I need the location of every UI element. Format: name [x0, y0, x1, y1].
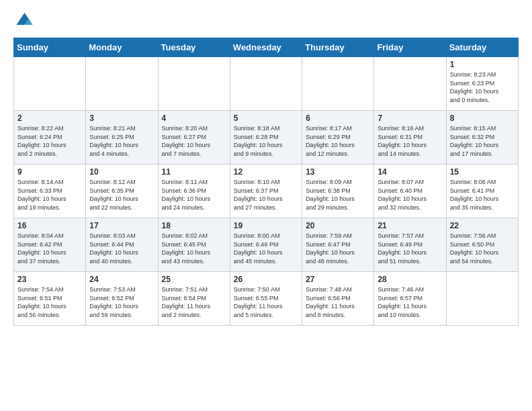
header — [13, 11, 519, 31]
day-details: Sunrise: 8:14 AM Sunset: 6:33 PM Dayligh… — [17, 178, 82, 212]
header-day-wednesday: Wednesday — [230, 38, 302, 57]
day-number: 14 — [378, 167, 442, 177]
day-details: Sunrise: 8:22 AM Sunset: 6:24 PM Dayligh… — [17, 124, 82, 158]
calendar-cell: 24Sunrise: 7:53 AM Sunset: 6:52 PM Dayli… — [86, 272, 158, 326]
calendar-cell: 25Sunrise: 7:51 AM Sunset: 6:54 PM Dayli… — [158, 272, 230, 326]
calendar-cell: 1Sunrise: 8:23 AM Sunset: 6:23 PM Daylig… — [446, 57, 518, 111]
calendar-cell: 15Sunrise: 8:06 AM Sunset: 6:41 PM Dayli… — [446, 165, 518, 218]
day-number: 7 — [378, 113, 442, 123]
calendar-cell: 19Sunrise: 8:00 AM Sunset: 6:46 PM Dayli… — [230, 218, 302, 272]
day-details: Sunrise: 8:12 AM Sunset: 6:35 PM Dayligh… — [89, 178, 154, 212]
calendar-cell: 6Sunrise: 8:17 AM Sunset: 6:29 PM Daylig… — [302, 111, 374, 165]
calendar-cell: 7Sunrise: 8:16 AM Sunset: 6:31 PM Daylig… — [374, 111, 446, 165]
calendar-week-row: 1Sunrise: 8:23 AM Sunset: 6:23 PM Daylig… — [14, 57, 519, 111]
day-number: 23 — [17, 275, 82, 284]
calendar-cell: 5Sunrise: 8:18 AM Sunset: 6:28 PM Daylig… — [230, 111, 302, 165]
day-details: Sunrise: 8:06 AM Sunset: 6:41 PM Dayligh… — [450, 178, 515, 212]
calendar-cell — [14, 57, 86, 111]
calendar-cell — [158, 57, 230, 111]
calendar-cell: 12Sunrise: 8:10 AM Sunset: 6:37 PM Dayli… — [230, 165, 302, 218]
header-day-monday: Monday — [86, 38, 158, 57]
calendar-cell — [446, 272, 518, 326]
day-number: 13 — [306, 167, 370, 177]
day-number: 26 — [234, 275, 298, 284]
calendar-cell: 20Sunrise: 7:59 AM Sunset: 6:47 PM Dayli… — [302, 218, 374, 272]
calendar-week-row: 16Sunrise: 8:04 AM Sunset: 6:42 PM Dayli… — [14, 218, 519, 272]
calendar-cell: 14Sunrise: 8:07 AM Sunset: 6:40 PM Dayli… — [374, 165, 446, 218]
calendar-cell: 9Sunrise: 8:14 AM Sunset: 6:33 PM Daylig… — [14, 165, 86, 218]
day-details: Sunrise: 7:54 AM Sunset: 6:51 PM Dayligh… — [17, 285, 82, 319]
day-number: 15 — [450, 167, 515, 177]
calendar-cell: 23Sunrise: 7:54 AM Sunset: 6:51 PM Dayli… — [14, 272, 86, 326]
calendar-table: SundayMondayTuesdayWednesdayThursdayFrid… — [13, 38, 519, 326]
calendar-cell — [374, 57, 446, 111]
day-number: 3 — [89, 113, 154, 123]
day-number: 1 — [450, 60, 515, 69]
header-day-sunday: Sunday — [14, 38, 86, 57]
day-details: Sunrise: 8:21 AM Sunset: 6:25 PM Dayligh… — [89, 124, 154, 158]
day-number: 2 — [17, 113, 82, 123]
day-number: 8 — [450, 113, 515, 123]
calendar-week-row: 2Sunrise: 8:22 AM Sunset: 6:24 PM Daylig… — [14, 111, 519, 165]
day-number: 16 — [17, 221, 82, 230]
day-number: 18 — [162, 221, 226, 230]
calendar-cell: 11Sunrise: 8:11 AM Sunset: 6:36 PM Dayli… — [158, 165, 230, 218]
calendar-cell: 3Sunrise: 8:21 AM Sunset: 6:25 PM Daylig… — [86, 111, 158, 165]
day-details: Sunrise: 7:51 AM Sunset: 6:54 PM Dayligh… — [162, 285, 226, 319]
day-number: 27 — [306, 275, 370, 284]
day-details: Sunrise: 8:00 AM Sunset: 6:46 PM Dayligh… — [234, 232, 298, 265]
day-number: 5 — [234, 113, 298, 123]
calendar-cell: 26Sunrise: 7:50 AM Sunset: 6:55 PM Dayli… — [230, 272, 302, 326]
day-details: Sunrise: 8:20 AM Sunset: 6:27 PM Dayligh… — [162, 124, 226, 158]
day-number: 17 — [89, 221, 154, 230]
header-day-saturday: Saturday — [446, 38, 518, 57]
day-details: Sunrise: 8:04 AM Sunset: 6:42 PM Dayligh… — [17, 232, 82, 265]
day-number: 10 — [89, 167, 154, 177]
header-day-tuesday: Tuesday — [158, 38, 230, 57]
day-details: Sunrise: 8:11 AM Sunset: 6:36 PM Dayligh… — [162, 178, 226, 212]
header-day-friday: Friday — [374, 38, 446, 57]
day-number: 6 — [306, 113, 370, 123]
calendar-cell: 22Sunrise: 7:56 AM Sunset: 6:50 PM Dayli… — [446, 218, 518, 272]
calendar-cell: 21Sunrise: 7:57 AM Sunset: 6:49 PM Dayli… — [374, 218, 446, 272]
page: SundayMondayTuesdayWednesdayThursdayFrid… — [0, 0, 532, 332]
calendar-cell — [86, 57, 158, 111]
day-number: 21 — [378, 221, 442, 230]
calendar-week-row: 9Sunrise: 8:14 AM Sunset: 6:33 PM Daylig… — [14, 165, 519, 218]
day-details: Sunrise: 8:17 AM Sunset: 6:29 PM Dayligh… — [306, 124, 370, 158]
day-number: 12 — [234, 167, 298, 177]
day-details: Sunrise: 8:16 AM Sunset: 6:31 PM Dayligh… — [378, 124, 442, 158]
calendar-header-row: SundayMondayTuesdayWednesdayThursdayFrid… — [14, 38, 519, 57]
calendar-cell: 28Sunrise: 7:46 AM Sunset: 6:57 PM Dayli… — [374, 272, 446, 326]
day-details: Sunrise: 7:57 AM Sunset: 6:49 PM Dayligh… — [378, 232, 442, 265]
day-details: Sunrise: 8:15 AM Sunset: 6:32 PM Dayligh… — [450, 124, 515, 158]
day-number: 24 — [89, 275, 154, 284]
day-details: Sunrise: 8:23 AM Sunset: 6:23 PM Dayligh… — [450, 71, 515, 104]
logo-icon — [13, 11, 34, 31]
calendar-cell: 16Sunrise: 8:04 AM Sunset: 6:42 PM Dayli… — [14, 218, 86, 272]
day-number: 19 — [234, 221, 298, 230]
calendar-cell — [230, 57, 302, 111]
calendar-cell: 2Sunrise: 8:22 AM Sunset: 6:24 PM Daylig… — [14, 111, 86, 165]
day-number: 28 — [378, 275, 442, 284]
calendar-cell: 8Sunrise: 8:15 AM Sunset: 6:32 PM Daylig… — [446, 111, 518, 165]
logo — [13, 11, 36, 31]
day-details: Sunrise: 8:02 AM Sunset: 6:45 PM Dayligh… — [162, 232, 226, 265]
calendar-cell: 13Sunrise: 8:09 AM Sunset: 6:38 PM Dayli… — [302, 165, 374, 218]
day-details: Sunrise: 8:18 AM Sunset: 6:28 PM Dayligh… — [234, 124, 298, 158]
day-number: 25 — [162, 275, 226, 284]
day-details: Sunrise: 7:50 AM Sunset: 6:55 PM Dayligh… — [234, 285, 298, 319]
day-details: Sunrise: 8:10 AM Sunset: 6:37 PM Dayligh… — [234, 178, 298, 212]
calendar-cell: 4Sunrise: 8:20 AM Sunset: 6:27 PM Daylig… — [158, 111, 230, 165]
day-number: 20 — [306, 221, 370, 230]
calendar-cell: 27Sunrise: 7:48 AM Sunset: 6:56 PM Dayli… — [302, 272, 374, 326]
day-number: 4 — [162, 113, 226, 123]
calendar-cell: 10Sunrise: 8:12 AM Sunset: 6:35 PM Dayli… — [86, 165, 158, 218]
day-details: Sunrise: 8:09 AM Sunset: 6:38 PM Dayligh… — [306, 178, 370, 212]
day-details: Sunrise: 8:07 AM Sunset: 6:40 PM Dayligh… — [378, 178, 442, 212]
calendar-cell — [302, 57, 374, 111]
header-day-thursday: Thursday — [302, 38, 374, 57]
day-details: Sunrise: 7:56 AM Sunset: 6:50 PM Dayligh… — [450, 232, 515, 265]
day-details: Sunrise: 8:03 AM Sunset: 6:44 PM Dayligh… — [89, 232, 154, 265]
calendar-week-row: 23Sunrise: 7:54 AM Sunset: 6:51 PM Dayli… — [14, 272, 519, 326]
